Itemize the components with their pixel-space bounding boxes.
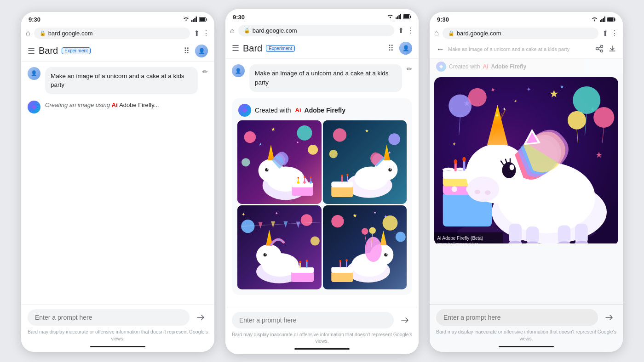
svg-point-163 xyxy=(485,190,491,195)
ghost-adobe-firefly: Adobe Firefly xyxy=(491,63,526,70)
svg-text:★: ★ xyxy=(296,140,299,144)
svg-point-82 xyxy=(395,232,405,242)
more-icon[interactable]: ⋮ xyxy=(202,29,210,38)
firefly-inline: Adobe Firefly... xyxy=(119,102,159,108)
firefly-name: Adobe Firefly xyxy=(305,107,345,114)
share-icon-2[interactable]: ⬆ xyxy=(398,26,404,35)
svg-rect-29 xyxy=(292,182,313,187)
send-button-1[interactable] xyxy=(193,310,208,325)
signal-icon-2 xyxy=(396,13,401,21)
prompt-input-3[interactable] xyxy=(436,309,598,326)
url-bar-3[interactable]: 🔒 bard.google.com xyxy=(443,28,598,39)
url-bar-2[interactable]: 🔒 bard.google.com xyxy=(238,25,394,36)
svg-point-56 xyxy=(346,174,349,176)
bard-logo-small xyxy=(28,101,40,113)
apps-icon-2[interactable]: ⠿ xyxy=(388,43,394,53)
underline-bar-1 xyxy=(90,346,145,347)
svg-text:★: ★ xyxy=(595,150,603,159)
svg-rect-100 xyxy=(346,261,347,268)
svg-point-38 xyxy=(310,176,312,178)
svg-point-144 xyxy=(462,157,466,161)
unicorn-image-1[interactable]: ★ ★ ★ xyxy=(237,120,322,204)
svg-point-89 xyxy=(365,237,382,262)
bard-header-1: ☰ Bard Experiment ⠿ 👤 xyxy=(21,41,214,62)
ghost-adobe-icon: Ai xyxy=(483,63,488,70)
prompt-input-row-2 xyxy=(232,312,412,328)
status-icons-3 xyxy=(591,16,615,24)
ghost-message-text: Make an image of a unicorn and a cake at… xyxy=(448,46,592,52)
home-icon-2[interactable]: ⌂ xyxy=(230,27,235,35)
svg-rect-52 xyxy=(331,181,353,187)
unicorn-image-3[interactable]: ✦ ✦ xyxy=(237,205,322,289)
svg-point-15 xyxy=(244,131,256,143)
share-icon-3[interactable]: ⬆ xyxy=(602,29,608,38)
hamburger-icon-2[interactable]: ☰ xyxy=(232,43,239,53)
hamburger-icon[interactable]: ☰ xyxy=(28,46,35,56)
svg-rect-140 xyxy=(463,160,466,171)
share-icon[interactable]: ⬆ xyxy=(194,29,200,38)
status-bar-1: 9:30 xyxy=(21,12,214,26)
large-image-container[interactable]: ★ ★ ✦ ✦ ★ ✦ xyxy=(434,77,618,246)
phone-3: 9:30 xyxy=(430,12,623,352)
back-icon[interactable]: ← xyxy=(436,45,444,54)
unicorn-image-4[interactable]: ★ ★ ★ xyxy=(323,205,407,289)
adobe-icon-inline: Ai xyxy=(112,102,118,108)
user-message-text-2: Make an image of a unicorn and a cake at… xyxy=(255,70,388,86)
svg-point-60 xyxy=(310,237,320,246)
svg-point-124 xyxy=(568,111,586,129)
ghost-user-message: Make an image of a unicorn and a cake at… xyxy=(444,46,595,52)
svg-point-110 xyxy=(601,45,603,47)
svg-text:✦: ✦ xyxy=(452,141,457,147)
svg-text:★: ★ xyxy=(259,142,262,147)
more-icon-3[interactable]: ⋮ xyxy=(611,29,618,38)
user-avatar-small-2: 👤 xyxy=(232,64,245,77)
home-icon[interactable]: ⌂ xyxy=(26,29,30,37)
home-icon-3[interactable]: ⌂ xyxy=(434,29,439,37)
svg-text:★: ★ xyxy=(384,215,387,219)
svg-text:✦: ✦ xyxy=(275,211,278,215)
wifi-icon-2 xyxy=(387,13,394,21)
status-icons-1 xyxy=(183,16,207,24)
svg-point-166 xyxy=(510,165,512,167)
unicorn-image-2[interactable]: ★ ★ xyxy=(323,120,407,204)
chat-content-1: 👤 Make an image of a unicorn and a cake … xyxy=(21,62,214,305)
prompt-input-1[interactable] xyxy=(28,309,190,326)
svg-point-37 xyxy=(304,176,305,178)
url-bar-1[interactable]: 🔒 bard.google.com xyxy=(34,28,190,39)
firefly-logo xyxy=(238,104,251,117)
firefly-card: Created with Ai Adobe Firefly xyxy=(232,98,412,295)
status-bar-2: 9:30 xyxy=(225,9,419,23)
apps-icon[interactable]: ⠿ xyxy=(184,46,190,56)
user-avatar[interactable]: 👤 xyxy=(195,45,208,57)
send-button-3[interactable] xyxy=(602,310,616,325)
disclaimer-2: Bard may display inaccurate or offensive… xyxy=(232,331,412,345)
url-text-3: bard.google.com xyxy=(457,30,501,37)
svg-point-59 xyxy=(301,214,313,226)
svg-rect-8 xyxy=(397,17,398,20)
send-button-2[interactable] xyxy=(397,313,412,328)
svg-text:✦: ✦ xyxy=(242,212,245,217)
ghost-created-with: Created with xyxy=(449,63,480,70)
svg-rect-99 xyxy=(339,262,341,268)
more-icon-2[interactable]: ⋮ xyxy=(407,26,414,35)
user-avatar-2[interactable]: 👤 xyxy=(399,42,412,55)
phone-2: 9:30 xyxy=(225,9,419,354)
lock-icon: 🔒 xyxy=(40,30,46,36)
share-action-icon[interactable] xyxy=(595,45,604,55)
svg-rect-103 xyxy=(600,20,601,22)
browser-bar-1: ⌂ 🔒 bard.google.com ⬆ ⋮ xyxy=(21,26,214,41)
download-icon[interactable] xyxy=(608,45,616,55)
svg-rect-34 xyxy=(304,177,305,182)
user-message-bubble: Make an image of a unicorn and a cake at… xyxy=(45,67,198,95)
svg-rect-6 xyxy=(206,18,207,21)
signal-icon-3 xyxy=(600,16,605,24)
battery-icon xyxy=(199,16,207,24)
svg-point-72 xyxy=(265,254,267,255)
experiment-badge-2: Experiment xyxy=(266,45,295,52)
prompt-input-2[interactable] xyxy=(232,312,394,328)
edit-icon-2[interactable]: ✏ xyxy=(407,65,412,73)
edit-icon[interactable]: ✏ xyxy=(202,68,208,75)
firefly-card-header: Created with Ai Adobe Firefly xyxy=(232,98,412,120)
svg-rect-76 xyxy=(306,261,308,268)
svg-point-78 xyxy=(306,260,308,262)
